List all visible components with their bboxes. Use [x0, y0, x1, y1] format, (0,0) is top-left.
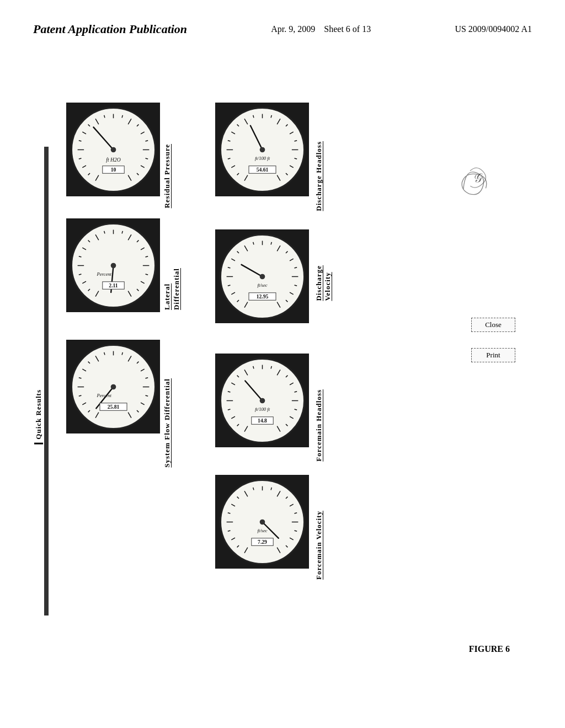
svg-line-105 — [231, 292, 235, 295]
discharge-headloss-gauge-box: ft/100 ft 54.61 — [215, 103, 309, 196]
svg-line-122 — [294, 267, 297, 267]
svg-text:ft H2O: ft H2O — [106, 157, 120, 163]
svg-line-96 — [294, 140, 297, 141]
svg-line-30 — [95, 234, 99, 240]
publication-title: Patent Application Publication — [33, 22, 187, 36]
svg-line-124 — [285, 299, 287, 301]
svg-line-125 — [241, 264, 262, 276]
svg-line-14 — [88, 124, 89, 126]
svg-line-116 — [227, 285, 230, 286]
svg-line-146 — [271, 366, 271, 368]
forcemain-headloss-gauge-face: ft/100 ft 14.8 — [220, 358, 305, 443]
sheet-info: Sheet 6 of 13 — [324, 24, 371, 34]
svg-line-143 — [227, 391, 230, 392]
svg-line-84 — [277, 119, 280, 124]
svg-text:ft/100 ft: ft/100 ft — [254, 406, 270, 412]
svg-line-69 — [136, 361, 138, 363]
svg-line-119 — [253, 242, 253, 244]
forcemain-headloss-gauge-wrap: ft/100 ft 14.8 — [215, 354, 309, 447]
svg-line-46 — [136, 288, 138, 290]
svg-text:Percent: Percent — [96, 393, 111, 398]
svg-line-29 — [82, 248, 86, 250]
svg-line-89 — [237, 173, 238, 174]
svg-line-110 — [277, 245, 280, 251]
svg-line-18 — [145, 140, 148, 141]
svg-line-97 — [294, 158, 297, 159]
svg-line-88 — [277, 175, 280, 180]
svg-line-108 — [244, 245, 248, 251]
lateral-differential-gauge-box: Percent 2.11 — [66, 218, 160, 312]
page-header: Patent Application Publication Apr. 9, 2… — [0, 0, 565, 47]
logo-area: 𝒢 — [448, 151, 505, 208]
svg-line-117 — [227, 267, 230, 267]
svg-line-98 — [285, 173, 287, 174]
svg-line-33 — [141, 248, 145, 250]
residual-pressure-gauge-wrap: ft H2O 10 — [66, 103, 160, 196]
svg-line-142 — [227, 409, 230, 410]
forcemain-headloss-svg: ft/100 ft 14.8 — [221, 360, 303, 442]
svg-line-0 — [95, 175, 99, 180]
svg-line-27 — [82, 281, 86, 283]
lateral-differential-gauge-wrap: Percent 2.11 — [66, 218, 160, 312]
svg-line-118 — [237, 251, 238, 253]
svg-line-113 — [290, 292, 294, 295]
svg-line-85 — [290, 132, 294, 134]
discharge-headloss-gauge-face: ft/100 ft 54.61 — [220, 107, 305, 192]
publication-date: Apr. 9, 2009 — [271, 24, 315, 34]
svg-line-95 — [285, 124, 287, 126]
svg-line-61 — [141, 403, 145, 405]
svg-line-168 — [227, 531, 230, 531]
system-flow-differential-gauge-wrap: Percent 25.81 — [66, 340, 160, 433]
svg-line-12 — [78, 158, 81, 159]
svg-line-111 — [290, 259, 294, 261]
svg-line-133 — [231, 383, 235, 385]
svg-line-70 — [145, 377, 148, 378]
discharge-velocity-gauge-box: ft/sec 12.95 — [215, 229, 309, 323]
svg-line-169 — [227, 512, 230, 513]
svg-point-126 — [259, 274, 265, 279]
svg-line-17 — [136, 124, 138, 126]
svg-text:2.11: 2.11 — [109, 282, 118, 288]
svg-line-41 — [104, 231, 104, 233]
svg-line-157 — [231, 538, 235, 540]
svg-line-19 — [145, 158, 148, 159]
svg-line-7 — [141, 132, 145, 134]
svg-line-65 — [78, 377, 81, 378]
lateral-differential-label: Lateral Differential — [163, 268, 182, 310]
svg-line-94 — [271, 115, 271, 117]
svg-line-63 — [88, 410, 89, 411]
svg-line-162 — [277, 491, 280, 496]
publication-date-sheet: Apr. 9, 2009 Sheet 6 of 13 — [271, 22, 371, 34]
system-flow-differential-gauge-face: Percent 25.81 — [71, 344, 156, 430]
svg-line-114 — [277, 302, 280, 307]
svg-line-130 — [244, 426, 248, 431]
forcemain-velocity-gauge-box: ft/sec 7.29 — [215, 475, 309, 569]
svg-line-163 — [290, 504, 294, 506]
residual-pressure-svg: ft H2O 10 — [72, 109, 154, 191]
forcemain-velocity-svg: ft/sec 7.29 — [221, 481, 303, 563]
figure-label: FIGURE 6 — [469, 644, 510, 654]
svg-point-178 — [259, 519, 265, 524]
svg-line-131 — [231, 416, 235, 419]
print-button[interactable]: Print — [471, 348, 515, 362]
svg-text:14.8: 14.8 — [258, 417, 267, 424]
discharge-velocity-gauge-wrap: ft/sec 12.95 — [215, 229, 309, 323]
svg-line-11 — [88, 173, 89, 174]
svg-line-10 — [128, 175, 131, 180]
svg-line-66 — [88, 361, 89, 363]
forcemain-velocity-label: Forcemain Velocity — [315, 511, 323, 580]
svg-line-136 — [277, 370, 280, 375]
svg-line-120 — [271, 242, 271, 244]
close-button[interactable]: Close — [471, 318, 515, 332]
svg-line-159 — [231, 504, 235, 506]
svg-line-99 — [250, 125, 262, 149]
svg-line-62 — [128, 412, 131, 417]
svg-line-55 — [82, 369, 86, 371]
svg-point-22 — [110, 147, 116, 152]
system-flow-differential-label: System Flow Differential — [163, 378, 172, 468]
discharge-velocity-svg: ft/sec 12.95 — [221, 235, 303, 318]
svg-line-38 — [78, 274, 81, 275]
discharge-headloss-gauge-wrap: ft/100 ft 54.61 — [215, 103, 309, 196]
svg-line-37 — [88, 288, 89, 290]
svg-line-139 — [290, 416, 294, 419]
